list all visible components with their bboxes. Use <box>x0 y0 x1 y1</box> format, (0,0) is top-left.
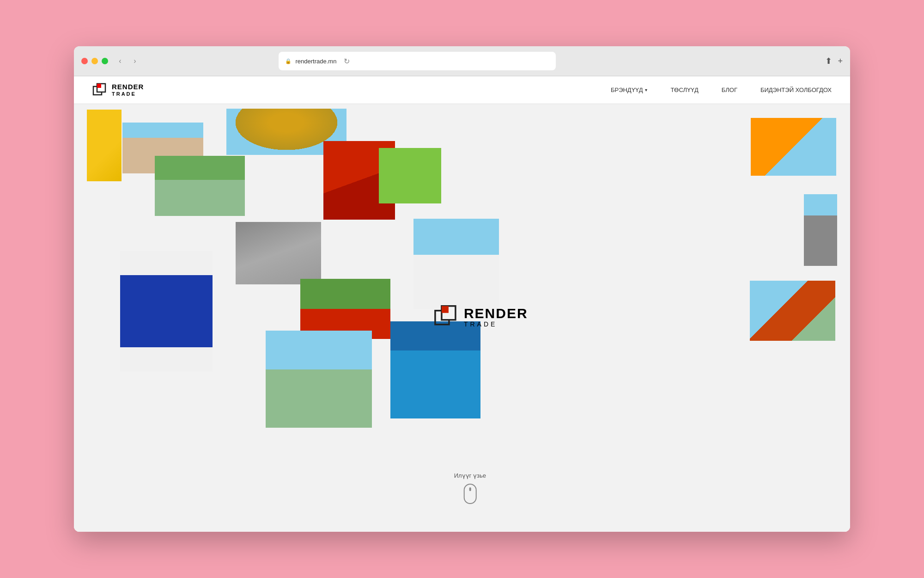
browser-chrome: ‹ › 🔒 rendertrade.mn ↻ ⬆ + <box>74 46 850 76</box>
browser-actions: ⬆ + <box>825 56 843 66</box>
reload-button[interactable]: ↻ <box>340 55 353 68</box>
address-bar[interactable]: 🔒 rendertrade.mn ↻ <box>279 52 556 70</box>
website-content: RENDER TRADE БРЭНДҮҮД ▾ ТӨСЛҮҮД БЛОГ БИД… <box>74 76 850 532</box>
svg-rect-2 <box>97 84 101 88</box>
photo-white-building[interactable] <box>413 219 499 309</box>
photo-blue-interior[interactable] <box>390 321 480 418</box>
logo-icon <box>92 83 107 98</box>
logo-area[interactable]: RENDER TRADE <box>92 83 144 98</box>
photo-orange-building[interactable] <box>751 118 836 176</box>
scroll-dot <box>469 487 471 491</box>
photo-wood-house[interactable] <box>750 281 835 341</box>
close-button[interactable] <box>81 58 88 64</box>
center-logo-icon <box>434 304 459 329</box>
scroll-text: Илүүг үзье <box>454 472 486 479</box>
nav-contact[interactable]: БИДЭНТЭЙ ХОЛБОГДОХ <box>760 86 832 93</box>
logo-text: RENDER TRADE <box>112 83 144 97</box>
svg-rect-5 <box>442 306 449 313</box>
nav-brandууд[interactable]: БРЭНДҮҮД ▾ <box>611 86 648 93</box>
photo-small-house[interactable] <box>266 331 372 428</box>
new-tab-button[interactable]: + <box>838 56 843 66</box>
lock-icon: 🔒 <box>285 58 292 64</box>
photo-gray-tiles[interactable] <box>236 222 321 284</box>
scroll-icon <box>463 484 476 504</box>
nav-тослууд[interactable]: ТӨСЛҮҮД <box>670 86 698 93</box>
center-logo-text: RENDER TRADE <box>464 306 528 328</box>
minimize-button[interactable] <box>91 58 98 64</box>
photo-blue-door[interactable] <box>120 251 213 371</box>
nav-блог[interactable]: БЛОГ <box>722 86 737 93</box>
navigation-arrows: ‹ › <box>114 55 141 68</box>
share-button[interactable]: ⬆ <box>825 56 832 66</box>
nav-links: БРЭНДҮҮД ▾ ТӨСЛҮҮД БЛОГ БИДЭНТЭЙ ХОЛБОГД… <box>611 86 832 93</box>
chevron-down-icon: ▾ <box>645 87 647 92</box>
scroll-cta[interactable]: Илүүг үзье <box>454 472 486 504</box>
photo-red-house[interactable] <box>155 156 245 216</box>
traffic-lights <box>81 58 108 64</box>
back-button[interactable]: ‹ <box>114 55 127 68</box>
main-content: RENDER TRADE Илүүг үзье <box>74 104 850 532</box>
photo-green-panel[interactable] <box>379 148 441 203</box>
photo-yellow-panel[interactable] <box>87 110 122 181</box>
center-logo: RENDER TRADE <box>434 304 528 329</box>
photo-concrete-building[interactable] <box>804 194 837 266</box>
maximize-button[interactable] <box>102 58 108 64</box>
photo-red-container[interactable] <box>300 279 390 339</box>
url-text: rendertrade.mn <box>295 58 336 65</box>
browser-window: ‹ › 🔒 rendertrade.mn ↻ ⬆ + RENDER <box>74 46 850 532</box>
site-navigation: RENDER TRADE БРЭНДҮҮД ▾ ТӨСЛҮҮД БЛОГ БИД… <box>74 76 850 104</box>
forward-button[interactable]: › <box>128 55 141 68</box>
